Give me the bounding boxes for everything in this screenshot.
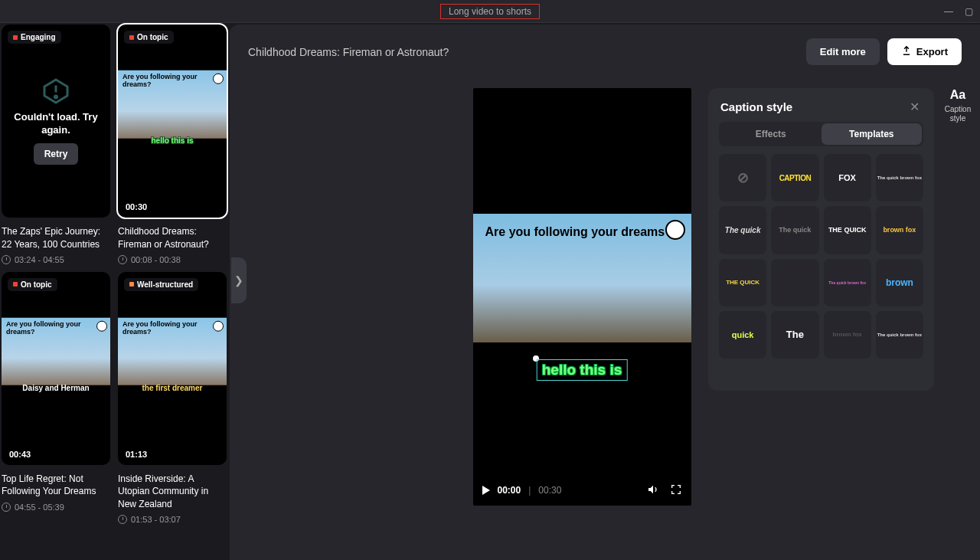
clock-icon [118, 515, 127, 524]
clip-video-thumb: Are you following your dreams? [2, 318, 110, 385]
error-text: Couldn't load. Try again. [8, 111, 104, 137]
template-caption[interactable]: CAPTION [771, 154, 818, 201]
close-panel-button[interactable]: ✕ [906, 99, 922, 114]
template-dim[interactable]: brown fox [824, 311, 871, 359]
svg-point-2 [55, 96, 57, 98]
clip-title: Top Life Regret: Not Following Your Drea… [2, 473, 110, 497]
clip-title: Childhood Dreams: Fireman or Astronaut? [118, 225, 227, 250]
fullscreen-icon[interactable] [670, 483, 682, 498]
caption-style-panel: Caption style ✕ Effects Templates ⊘CAPTI… [708, 88, 934, 391]
template-quick-lime[interactable]: quick [719, 311, 766, 359]
volume-icon[interactable] [647, 483, 659, 498]
clip-preview[interactable]: On topicAre you following your dreams?Da… [2, 272, 110, 465]
clip-timerange: 03:24 - 04:55 [2, 255, 110, 264]
text-icon: Aa [950, 88, 965, 102]
template-quick-yellow[interactable]: THE QUICK [719, 259, 766, 306]
clip-title: Inside Riverside: A Utopian Community in… [118, 473, 227, 510]
clock-icon [2, 503, 11, 512]
clock-icon [2, 255, 11, 264]
clip-preview[interactable]: EngagingCouldn't load. Try again.Retry [2, 25, 110, 218]
clip-badge: Engaging [8, 31, 61, 44]
time-total: 00:30 [538, 485, 561, 496]
clip-preview[interactable]: On topicAre you following your dreams?he… [118, 25, 227, 218]
retry-button[interactable]: Retry [34, 143, 79, 165]
caption-style-rail-button[interactable]: Aa Caption style [942, 88, 974, 123]
template-brown[interactable]: brown [876, 259, 923, 306]
template-brownfox[interactable]: brown fox [876, 206, 923, 254]
template-qbf1[interactable]: The quick brown fox [876, 154, 923, 201]
clip-video-thumb: Are you following your dreams? [118, 318, 227, 385]
clip-caption: hello this is [118, 136, 227, 145]
minimize-button[interactable]: — [943, 6, 954, 17]
panel-title: Caption style [720, 100, 792, 113]
clip-badge: On topic [124, 31, 174, 44]
maximize-button[interactable]: ▢ [963, 6, 974, 17]
clip-timerange: 00:08 - 00:38 [118, 255, 227, 264]
play-button[interactable] [482, 486, 490, 495]
time-current: 00:00 [498, 485, 521, 496]
player-caption[interactable]: hello this is [537, 359, 628, 381]
edit-more-button[interactable]: Edit more [806, 38, 880, 65]
export-button[interactable]: Export [887, 38, 962, 65]
clip-badge: On topic [8, 278, 57, 291]
content-title: Childhood Dreams: Fireman or Astronaut? [248, 46, 449, 58]
clip-video-thumb: Are you following your dreams? [118, 70, 227, 138]
clip-duration: 00:43 [9, 450, 31, 459]
tab-templates[interactable]: Templates [822, 123, 923, 145]
template-empty1[interactable] [771, 259, 818, 306]
template-fox[interactable]: FOX [824, 154, 871, 201]
template-quick-gray[interactable]: The quick [771, 206, 818, 254]
clip-title: The Zaps' Epic Journey: 22 Years, 100 Co… [2, 225, 110, 250]
video-player[interactable]: Are you following your dreams? hello thi… [473, 88, 691, 506]
video-overlay-text: Are you following your dreams? [485, 224, 679, 239]
clip-timerange: 04:55 - 05:39 [2, 503, 110, 512]
template-qbf2[interactable]: The quick brown fox [824, 259, 871, 306]
clips-sidebar: EngagingCouldn't load. Try again.RetryTh… [0, 23, 230, 560]
export-icon [901, 45, 912, 58]
clip-timerange: 01:53 - 03:07 [118, 515, 227, 524]
clock-icon [118, 255, 127, 264]
clip-caption: Daisy and Herman [2, 384, 110, 392]
template-quick-italic[interactable]: The quick [719, 206, 766, 254]
template-quick-white[interactable]: THE QUICK [824, 206, 871, 254]
clip-preview[interactable]: Well-structuredAre you following your dr… [118, 272, 227, 465]
template-none[interactable]: ⊘ [719, 154, 766, 201]
clip-caption: the first dreamer [118, 384, 227, 392]
template-qbf3[interactable]: The quick brown fox [876, 311, 923, 359]
clip-badge: Well-structured [124, 278, 198, 291]
clip-duration: 00:30 [126, 202, 147, 211]
clip-duration: 01:13 [126, 450, 147, 459]
template-the[interactable]: The [771, 311, 818, 359]
timer-icon [665, 220, 685, 240]
tab-effects[interactable]: Effects [720, 123, 822, 145]
sidebar-collapse-handle[interactable]: ❯ [231, 257, 247, 303]
error-icon [42, 77, 70, 105]
app-title: Long video to shorts [440, 4, 540, 19]
